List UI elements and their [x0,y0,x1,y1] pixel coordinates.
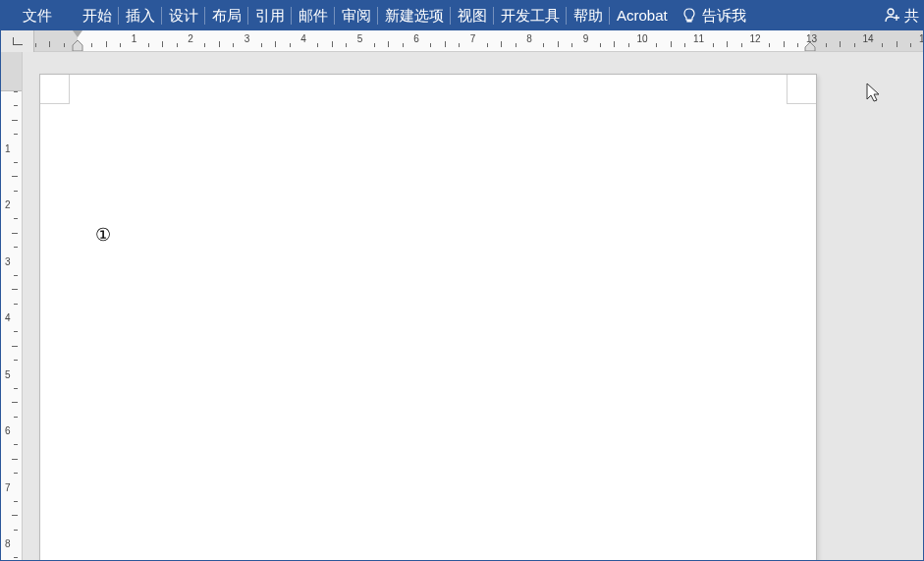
h-ruler-tick [162,41,163,47]
h-ruler-tick [233,43,234,47]
lightbulb-icon [682,8,696,24]
ruler-top-margin-area [1,52,22,91]
v-ruler-tick [14,360,18,361]
v-ruler-tick [14,191,18,192]
v-ruler-number: 1 [5,142,11,153]
h-ruler-tick [826,43,827,47]
h-ruler-number: 8 [526,33,532,44]
ribbon-tab-7[interactable]: 新建选项 [378,1,451,30]
v-ruler-number: 3 [5,255,11,266]
v-ruler-tick [14,444,18,445]
v-ruler-tick [12,346,18,347]
h-ruler-tick [332,41,333,47]
ribbon-tab-2[interactable]: 设计 [162,1,205,30]
ribbon-tab-9[interactable]: 开发工具 [494,1,567,30]
v-ruler-number: 7 [5,481,11,492]
h-ruler-number: 1 [132,33,137,44]
v-ruler-number: 6 [5,425,11,436]
v-ruler-number: 4 [5,312,11,323]
v-ruler-tick [14,162,18,163]
horizontal-ruler-area: 123456789101112131415 [1,30,923,52]
ribbon-tab-6[interactable]: 审阅 [335,1,378,30]
h-ruler-tick [317,43,318,47]
v-ruler-tick [14,275,18,276]
h-ruler-tick [741,43,742,47]
v-ruler-tick [14,530,18,531]
h-ruler-tick [501,41,502,47]
h-ruler-tick [459,43,460,47]
h-ruler-number: 14 [862,33,873,44]
h-ruler-tick [558,41,559,47]
h-ruler-tick [854,43,855,47]
h-ruler-tick [290,43,291,47]
ribbon-tab-4[interactable]: 引用 [248,1,292,30]
h-ruler-tick [684,43,685,47]
v-ruler-tick [14,473,18,474]
h-ruler-tick [403,43,404,47]
v-ruler-tick [14,105,18,106]
right-indent-marker[interactable] [804,41,816,51]
ribbon-tab-0[interactable]: 开始 [76,1,119,30]
tell-me-label: 告诉我 [702,7,746,26]
v-ruler-tick [14,304,18,305]
h-ruler-number: 6 [413,33,419,44]
h-ruler-tick [656,43,657,47]
document-page[interactable]: ① [39,74,817,560]
h-ruler-number: 4 [300,33,306,44]
v-ruler-tick [14,247,18,248]
h-ruler-tick [49,41,50,47]
left-indent-marker[interactable] [72,39,83,51]
v-ruler-tick [12,289,18,290]
ribbon-tab-11[interactable]: Acrobat [610,1,675,30]
h-ruler-tick [628,43,629,47]
v-ruler-tick [14,417,18,418]
v-ruler-number: 5 [5,368,11,379]
v-ruler-tick [14,557,18,558]
ribbon-tab-3[interactable]: 布局 [205,1,248,30]
file-tab[interactable]: 文件 [9,1,66,30]
h-ruler-tick [897,41,897,47]
share-person-icon [884,7,901,26]
h-ruler-tick [600,43,601,47]
h-ruler-tick [177,43,178,47]
v-ruler-tick [14,218,18,219]
h-ruler-tick [120,43,121,47]
h-ruler-number: 2 [188,33,193,44]
page-margin-corner-tl [40,75,70,104]
tab-stop-icon [13,37,23,45]
horizontal-ruler[interactable]: 123456789101112131415 [34,30,923,51]
share-button[interactable]: 共 [880,1,923,30]
ribbon-tab-8[interactable]: 视图 [451,1,494,30]
tab-selector[interactable] [1,30,34,52]
h-ruler-number: 10 [636,33,647,44]
h-ruler-tick [769,43,770,47]
h-ruler-tick [91,43,92,47]
ribbon-tab-10[interactable]: 帮助 [567,1,610,30]
h-ruler-tick [784,41,785,47]
first-line-indent-marker[interactable] [73,30,82,37]
h-ruler-tick [106,41,107,47]
h-ruler-tick [430,43,431,47]
v-ruler-number: 2 [5,199,11,210]
ribbon-tab-1[interactable]: 插入 [119,1,162,30]
vertical-ruler[interactable]: 123456789 [1,52,23,560]
h-ruler-number: 9 [583,33,589,44]
v-ruler-tick [12,459,18,460]
h-ruler-number: 3 [245,33,250,44]
document-text-content[interactable]: ① [95,224,111,246]
v-ruler-tick [12,233,18,234]
share-label: 共 [904,7,919,26]
ribbon-tabs: 文件 开始插入设计布局引用邮件审阅新建选项视图开发工具帮助Acrobat 告诉我… [1,1,923,30]
h-ruler-tick [204,43,205,47]
ribbon-tab-5[interactable]: 邮件 [292,1,335,30]
page-margin-corner-tr [787,75,816,104]
h-ruler-tick [614,41,615,47]
h-ruler-tick [797,43,798,47]
h-ruler-tick [882,43,883,47]
v-ruler-tick [12,176,18,177]
h-ruler-tick [840,41,841,47]
v-ruler-number: 8 [5,538,11,549]
v-ruler-tick [12,120,18,121]
document-viewport[interactable]: ① [23,52,923,560]
tell-me-search[interactable]: 告诉我 [682,7,746,26]
